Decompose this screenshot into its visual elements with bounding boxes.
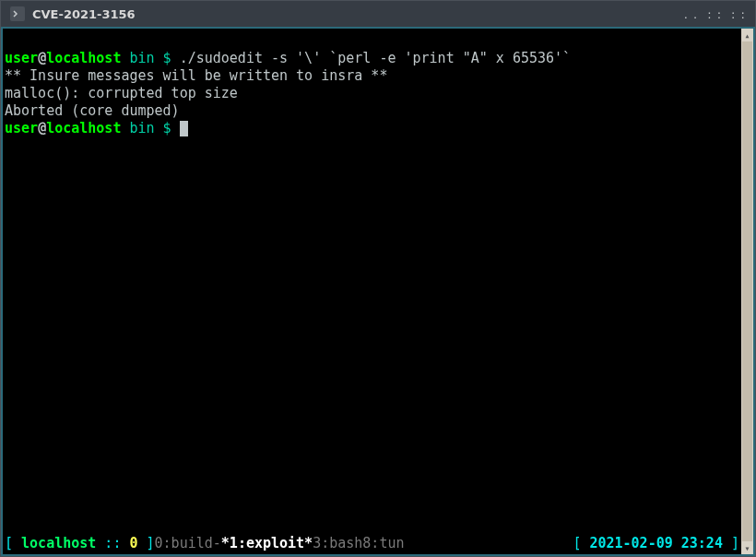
scrollbar[interactable]: ▴ ▾	[741, 29, 753, 554]
prompt-dir: bin	[129, 50, 154, 66]
status-left-bracket: [	[5, 535, 21, 552]
window-title: CVE-2021-3156	[32, 7, 684, 21]
status-window-0[interactable]: 0:build-	[155, 535, 221, 552]
close-icon[interactable]: : :	[731, 8, 746, 20]
maximize-icon[interactable]: : :	[707, 8, 722, 20]
command-text: ./sudoedit -s '\' `perl -e 'print "A" x …	[180, 50, 571, 66]
prompt-host: localhost	[46, 120, 121, 136]
terminal-frame: user@localhost bin $ ./sudoedit -s '\' `…	[1, 27, 755, 556]
prompt-host: localhost	[46, 50, 121, 66]
prompt-user: user	[5, 50, 38, 66]
status-datetime: 2021-02-09 23:24	[589, 535, 723, 552]
scroll-down-icon[interactable]: ▾	[741, 541, 753, 554]
status-window-active[interactable]: *1:exploit*	[221, 535, 313, 552]
status-window-3[interactable]: 3:bash	[313, 535, 362, 552]
prompt-at: @	[38, 120, 46, 136]
status-window-8[interactable]: 8:tun	[362, 535, 404, 552]
prompt-line-1: user@localhost bin $ ./sudoedit -s '\' `…	[5, 50, 571, 66]
status-right-open: [	[573, 535, 589, 552]
scroll-up-icon[interactable]: ▴	[741, 29, 753, 41]
output-line-3: Aborted (core dumped)	[5, 102, 180, 119]
status-left-close: ]	[138, 535, 155, 552]
terminal-icon	[13, 9, 22, 18]
prompt-symbol: $	[163, 120, 171, 136]
cursor	[180, 121, 188, 136]
status-session-num: 0	[129, 535, 137, 552]
output-line-2: malloc(): corrupted top size	[5, 85, 238, 101]
prompt-dir: bin	[129, 120, 154, 136]
prompt-user: user	[5, 120, 38, 136]
status-hostname: localhost	[21, 535, 96, 552]
prompt-at: @	[38, 50, 46, 66]
prompt-line-2: user@localhost bin $	[5, 120, 188, 136]
terminal-window: CVE-2021-3156 . . : : : : user@localhost…	[0, 0, 756, 557]
window-controls: . . : : : :	[684, 8, 746, 20]
minimize-icon[interactable]: . .	[684, 8, 698, 20]
tmux-statusbar: [ localhost :: 0 ]0:build- *1:exploit* 3…	[5, 535, 739, 552]
scrollbar-thumb[interactable]	[742, 41, 752, 541]
app-icon	[10, 6, 25, 21]
titlebar[interactable]: CVE-2021-3156 . . : : : :	[1, 1, 755, 27]
status-separator: ::	[96, 535, 129, 552]
status-right-close: ]	[723, 535, 739, 552]
terminal-viewport[interactable]: user@localhost bin $ ./sudoedit -s '\' `…	[3, 29, 741, 554]
output-line-1: ** Insure messages will be written to in…	[5, 67, 387, 84]
prompt-symbol: $	[163, 50, 171, 66]
